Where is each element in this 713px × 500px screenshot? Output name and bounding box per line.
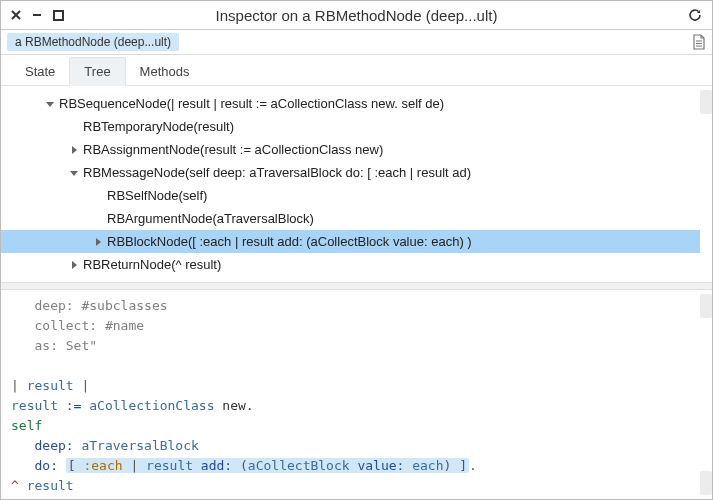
path-bar: a RBMethodNode (deep...ult)	[1, 30, 712, 55]
chevron-right-icon[interactable]	[69, 145, 79, 155]
tree-row[interactable]: RBArgumentNode(aTraversalBlock)	[1, 207, 700, 230]
tree-row[interactable]: RBTemporaryNode(result)	[1, 115, 700, 138]
tree-row-label: RBSelfNode(self)	[107, 188, 215, 203]
tree-row[interactable]: RBAssignmentNode(result := aCollectionCl…	[1, 138, 700, 161]
source-code[interactable]: deep: #subclasses collect: #name as: Set…	[1, 290, 700, 499]
window-title: Inspector on a RBMethodNode (deep...ult)	[1, 7, 712, 24]
tree-row-label: RBTemporaryNode(result)	[83, 119, 242, 134]
pane-splitter[interactable]	[1, 282, 712, 290]
tree-row[interactable]: RBSequenceNode(| result | result := aCol…	[1, 92, 700, 115]
tree-row[interactable]: RBSelfNode(self)	[1, 184, 700, 207]
tree-row[interactable]: RBBlockNode([ :each | result add: (aColl…	[1, 230, 700, 253]
code-pane: deep: #subclasses collect: #name as: Set…	[1, 290, 712, 499]
tab-methods[interactable]: Methods	[126, 58, 204, 85]
titlebar: Inspector on a RBMethodNode (deep...ult)	[1, 1, 712, 30]
inspector-window: Inspector on a RBMethodNode (deep...ult)…	[0, 0, 713, 500]
tree-row-label: RBReturnNode(^ result)	[83, 257, 229, 272]
document-icon[interactable]	[692, 34, 706, 50]
window-right-controls	[688, 8, 712, 22]
tree-row-label: RBBlockNode([ :each | result add: (aColl…	[107, 234, 480, 249]
tabs: State Tree Methods	[1, 55, 712, 86]
tab-tree[interactable]: Tree	[69, 57, 125, 86]
chevron-right-icon[interactable]	[93, 237, 103, 247]
tree-row[interactable]: RBMessageNode(self deep: aTraversalBlock…	[1, 161, 700, 184]
content: RBSequenceNode(| result | result := aCol…	[1, 86, 712, 499]
refresh-icon[interactable]	[688, 8, 702, 22]
path-crumb[interactable]: a RBMethodNode (deep...ult)	[7, 33, 179, 51]
disclosure-spacer	[69, 122, 79, 132]
chevron-down-icon[interactable]	[69, 168, 79, 178]
tree-row-label: RBArgumentNode(aTraversalBlock)	[107, 211, 322, 226]
tree-row-label: RBSequenceNode(| result | result := aCol…	[59, 96, 452, 111]
disclosure-spacer	[93, 214, 103, 224]
chevron-down-icon[interactable]	[45, 99, 55, 109]
tab-state[interactable]: State	[11, 58, 69, 85]
disclosure-spacer	[93, 191, 103, 201]
tree-row-label: RBAssignmentNode(result := aCollectionCl…	[83, 142, 391, 157]
tree-pane: RBSequenceNode(| result | result := aCol…	[1, 86, 712, 282]
tree-row[interactable]: RBReturnNode(^ result)	[1, 253, 700, 276]
minimize-icon[interactable]	[30, 8, 44, 22]
maximize-icon[interactable]	[51, 8, 65, 22]
tree-scrollbar[interactable]	[700, 86, 712, 282]
tree-row-label: RBMessageNode(self deep: aTraversalBlock…	[83, 165, 479, 180]
svg-rect-0	[54, 11, 63, 20]
code-scrollbar[interactable]	[700, 290, 712, 499]
window-controls	[1, 8, 65, 22]
chevron-right-icon[interactable]	[69, 260, 79, 270]
close-icon[interactable]	[9, 8, 23, 22]
ast-tree[interactable]: RBSequenceNode(| result | result := aCol…	[1, 86, 700, 282]
